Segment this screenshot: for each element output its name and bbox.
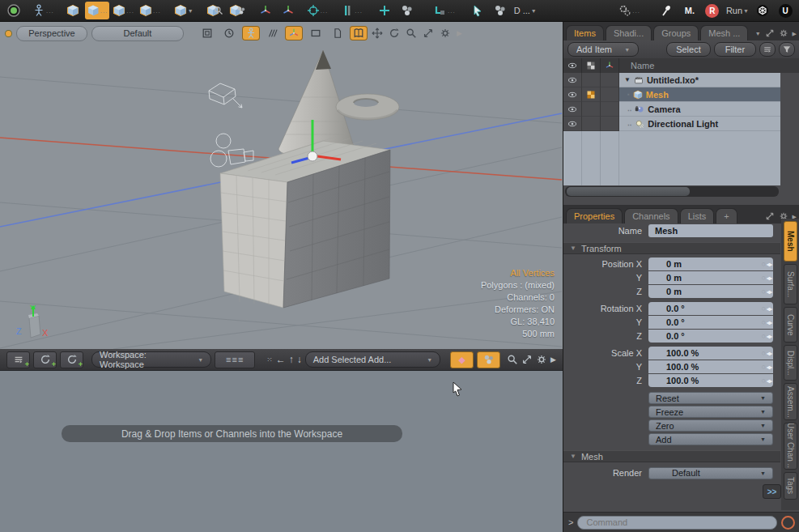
mini-slider-icon[interactable]: ◂▸ bbox=[767, 377, 771, 385]
shading-dropdown[interactable]: Default bbox=[91, 26, 183, 41]
hscroll-thumb[interactable] bbox=[567, 187, 690, 196]
add-cycle-button[interactable]: + bbox=[60, 351, 83, 368]
edges-mode-button-active[interactable]: ... bbox=[85, 2, 110, 19]
list-item-mesh[interactable]: ▪Mesh bbox=[563, 87, 780, 102]
mesh-section-header[interactable]: ▼ Mesh bbox=[563, 450, 780, 462]
list-mode-button[interactable] bbox=[759, 42, 776, 57]
actor-tool-button[interactable]: ... bbox=[31, 2, 56, 19]
scale-x-field[interactable]: 100.0 %○◂▸ bbox=[648, 347, 773, 360]
scale-z-field[interactable]: 100.0 %○◂▸ bbox=[648, 374, 773, 387]
freeze-button[interactable]: Freeze▼ bbox=[648, 406, 773, 418]
actors-toggle[interactable] bbox=[242, 26, 260, 40]
lock-toggle-cell[interactable] bbox=[601, 73, 619, 87]
workspace-more-icon[interactable]: ▶ bbox=[550, 356, 556, 364]
mini-slider-icon[interactable]: ◂▸ bbox=[767, 364, 771, 371]
layout-grid-button[interactable]: ≡≡≡ bbox=[215, 351, 255, 368]
expander-icon[interactable]: ▼ bbox=[624, 76, 631, 83]
envelope-icon[interactable]: ○ bbox=[762, 304, 766, 313]
envelope-icon[interactable]: ○ bbox=[762, 363, 766, 371]
defaults-dropdown[interactable]: D ...▼ bbox=[512, 2, 538, 19]
list-item-camera[interactable]: ‥Camera bbox=[563, 102, 780, 117]
items-mode-button[interactable]: ... bbox=[138, 2, 163, 19]
filter-button[interactable]: Filter bbox=[714, 42, 756, 57]
mini-slider-icon[interactable]: ◂▸ bbox=[767, 261, 771, 268]
lock-toggle-cell[interactable] bbox=[601, 87, 619, 102]
item-list[interactable]: ▼Untitled.lxo* ▪Mesh ‥Camera ‥Directiona… bbox=[563, 73, 780, 185]
workspace-gear-icon[interactable] bbox=[536, 354, 547, 365]
add-link-button[interactable]: + bbox=[6, 351, 30, 368]
rotation-z-field[interactable]: 0.0 °○◂▸ bbox=[648, 330, 773, 343]
scale-y-field[interactable]: 100.0 %○◂▸ bbox=[648, 360, 773, 373]
workspace-zoom-icon[interactable] bbox=[507, 354, 518, 365]
item-presets-dropdown[interactable]: ▼ bbox=[172, 2, 195, 19]
mini-slider-icon[interactable]: ◂▸ bbox=[767, 350, 771, 357]
mini-slider-icon[interactable]: ◂▸ bbox=[767, 319, 771, 326]
snapping-button[interactable]: ... bbox=[432, 2, 457, 19]
item-list-hscrollbar[interactable] bbox=[565, 186, 779, 197]
envelope-icon[interactable]: ○ bbox=[762, 318, 766, 326]
maximize-icon[interactable] bbox=[423, 28, 434, 39]
tab-add[interactable]: + bbox=[716, 208, 737, 223]
render-item-button[interactable] bbox=[227, 2, 249, 19]
position-y-field[interactable]: 0 m○◂▸ bbox=[648, 271, 773, 284]
symmetry-target-button[interactable]: ... bbox=[305, 2, 330, 19]
workspace-maximize-icon[interactable] bbox=[521, 354, 533, 365]
axe-tool-icon[interactable] bbox=[657, 2, 678, 19]
select-cursor-button[interactable] bbox=[467, 2, 488, 19]
panel-maximize-icon[interactable] bbox=[765, 211, 775, 221]
tab-shading[interactable]: Shadi... bbox=[606, 25, 652, 40]
diamond-channel-button[interactable]: ◆ bbox=[450, 351, 474, 368]
renderer-badge[interactable]: R bbox=[702, 2, 723, 19]
envelope-icon[interactable]: ○ bbox=[762, 274, 766, 282]
dotted-select-icon[interactable]: ⁙ bbox=[266, 355, 273, 364]
viewport-corner-handle[interactable] bbox=[5, 30, 12, 37]
envelope-icon[interactable]: ○ bbox=[762, 332, 766, 340]
render-toggle-cell[interactable] bbox=[582, 102, 601, 117]
viewport-more-icon[interactable]: ▶ bbox=[457, 30, 462, 37]
tab-properties[interactable]: Properties bbox=[566, 208, 623, 223]
workplane-bars-button[interactable]: ... bbox=[339, 2, 364, 19]
tab-mesh-ops[interactable]: Mesh ... bbox=[700, 25, 748, 40]
tab-items[interactable]: Items bbox=[566, 25, 604, 40]
visibility-eye-icon[interactable] bbox=[563, 117, 582, 131]
add-refresh-button[interactable]: + bbox=[33, 351, 57, 368]
vtab-surface[interactable]: Surfa... bbox=[784, 264, 797, 304]
command-history-icon[interactable] bbox=[781, 516, 795, 530]
vtab-tags[interactable]: Tags bbox=[784, 472, 797, 500]
viewport-gear-icon[interactable] bbox=[440, 28, 451, 39]
list-item-directional-light[interactable]: ‥Directional Light bbox=[563, 117, 780, 131]
add-item-dropdown[interactable]: Add Item ▼ bbox=[567, 42, 639, 57]
zero-button[interactable]: Zero▼ bbox=[648, 419, 773, 432]
projection-dropdown[interactable]: Perspective bbox=[16, 26, 88, 41]
position-z-field[interactable]: 0 m○◂▸ bbox=[648, 285, 773, 298]
list-item-scene[interactable]: ▼Untitled.lxo* bbox=[563, 73, 780, 87]
panel-maximize-icon[interactable] bbox=[765, 28, 775, 38]
region-toggle[interactable] bbox=[307, 26, 325, 40]
envelope-icon[interactable]: ○ bbox=[762, 287, 766, 296]
render-dropdown[interactable]: Default ▼ bbox=[648, 467, 773, 479]
add-selected-dropdown[interactable]: Add Selected Add... ▼ bbox=[305, 351, 441, 368]
render-toggle-on-icon[interactable] bbox=[582, 87, 601, 102]
falloff-axis-icon[interactable] bbox=[278, 2, 299, 19]
vertices-mode-button[interactable] bbox=[62, 2, 83, 19]
zoom-icon[interactable] bbox=[406, 28, 417, 39]
command-input[interactable] bbox=[577, 516, 777, 530]
reset-button[interactable]: Reset▼ bbox=[648, 392, 773, 404]
unity-icon[interactable] bbox=[752, 2, 773, 19]
vtab-curve[interactable]: Curve bbox=[784, 307, 797, 343]
pan-icon[interactable] bbox=[372, 28, 383, 39]
name-input[interactable] bbox=[648, 224, 773, 237]
select-button[interactable]: Select bbox=[666, 42, 711, 57]
inspect-item-button[interactable] bbox=[205, 2, 226, 19]
mini-slider-icon[interactable]: ◂▸ bbox=[767, 288, 771, 296]
visibility-eye-icon[interactable] bbox=[563, 73, 582, 87]
nav-left-button[interactable]: ← bbox=[276, 354, 286, 365]
lock-toggle-cell[interactable] bbox=[601, 117, 619, 131]
camera-frame-toggle[interactable] bbox=[199, 26, 217, 40]
3d-viewport[interactable]: Perspective Default ▶ All Vertices Polyg… bbox=[0, 22, 563, 349]
sculpt-brush-button[interactable] bbox=[490, 2, 511, 19]
panel-more-icon[interactable]: ▶ bbox=[793, 31, 797, 36]
expand-more-button[interactable]: >> bbox=[763, 484, 781, 499]
add-tool-button[interactable] bbox=[374, 2, 395, 19]
unreal-icon[interactable]: U bbox=[775, 2, 796, 19]
